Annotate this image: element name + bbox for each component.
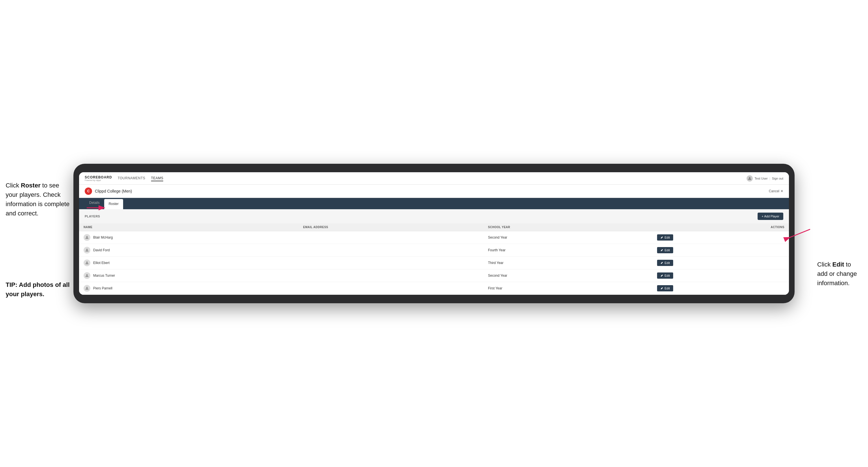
player-school-year: First Year <box>484 282 653 295</box>
player-avatar <box>84 272 90 279</box>
cancel-icon: ✕ <box>780 189 783 193</box>
player-avatar <box>84 247 90 253</box>
nav-user: Test User | Sign out <box>747 175 783 182</box>
svg-point-2 <box>86 249 88 250</box>
player-name: Piers Parnell <box>93 286 113 290</box>
table-row: Blair McHarg Second Year Edit <box>79 231 789 244</box>
player-school-year: Third Year <box>484 257 653 269</box>
tab-roster[interactable]: Roster <box>104 199 123 209</box>
col-school-year: SCHOOL YEAR <box>484 223 653 231</box>
player-avatar <box>84 259 90 266</box>
player-school-year: Second Year <box>484 231 653 244</box>
signout-link[interactable]: Sign out <box>772 177 783 180</box>
user-avatar <box>747 175 753 182</box>
table-row: Marcus Turner Second Year Edit <box>79 269 789 282</box>
tab-details[interactable]: Details <box>85 198 104 209</box>
logo-title: SCOREBOARD <box>85 175 112 179</box>
table-body: Blair McHarg Second Year Edit David Ford… <box>79 231 789 295</box>
player-actions: Edit <box>653 231 789 244</box>
cancel-button[interactable]: Cancel ✕ <box>769 189 783 193</box>
edit-button-0[interactable]: Edit <box>657 235 673 241</box>
edit-button-3[interactable]: Edit <box>657 273 673 279</box>
players-label: PLAYERS <box>85 215 100 218</box>
edit-button-2[interactable]: Edit <box>657 260 673 266</box>
add-player-button[interactable]: + Add Player <box>757 213 783 220</box>
col-email: EMAIL ADDRESS <box>299 223 484 231</box>
player-actions: Edit <box>653 244 789 257</box>
player-email <box>299 244 484 257</box>
col-name: NAME <box>79 223 299 231</box>
player-email <box>299 282 484 295</box>
logo-subtitle: Powered by clippd <box>85 179 112 181</box>
edit-button-1[interactable]: Edit <box>657 247 673 253</box>
app-logo: SCOREBOARD Powered by clippd <box>85 175 112 181</box>
player-school-year: Second Year <box>484 269 653 282</box>
player-name: Elliot Ebert <box>93 261 110 265</box>
nav-items: TOURNAMENTS TEAMS <box>118 176 747 181</box>
table-head: NAME EMAIL ADDRESS SCHOOL YEAR ACTIONS <box>79 223 789 231</box>
tip-text: TIP: Add photos of all your players. <box>6 280 70 299</box>
team-name: Clippd College (Men) <box>95 189 132 193</box>
content-area: PLAYERS + Add Player NAME EMAIL ADDRESS … <box>79 209 789 295</box>
team-logo: C <box>85 187 92 195</box>
col-actions: ACTIONS <box>653 223 789 231</box>
tab-bar: Details Roster <box>79 198 789 209</box>
nav-item-tournaments[interactable]: TOURNAMENTS <box>118 176 146 181</box>
edit-button-4[interactable]: Edit <box>657 285 673 291</box>
right-annotation: Click Edit to add or change information. <box>795 164 862 288</box>
app-navbar: SCOREBOARD Powered by clippd TOURNAMENTS… <box>79 172 789 185</box>
player-email <box>299 269 484 282</box>
left-annotation: Click Roster to see your players. Check … <box>6 164 73 299</box>
player-email <box>299 231 484 244</box>
player-email <box>299 257 484 269</box>
player-name: Blair McHarg <box>93 236 113 240</box>
team-header: C Clippd College (Men) Cancel ✕ <box>79 185 789 198</box>
user-label[interactable]: Test User <box>754 177 768 180</box>
table-row: David Ford Fourth Year Edit <box>79 244 789 257</box>
player-name: David Ford <box>93 248 110 252</box>
player-actions: Edit <box>653 257 789 269</box>
cancel-label: Cancel <box>769 189 779 193</box>
player-actions: Edit <box>653 269 789 282</box>
players-table: NAME EMAIL ADDRESS SCHOOL YEAR ACTIONS B… <box>79 223 789 295</box>
svg-point-3 <box>86 261 88 263</box>
table-row: Elliot Ebert Third Year Edit <box>79 257 789 269</box>
tablet-screen: SCOREBOARD Powered by clippd TOURNAMENTS… <box>79 172 789 295</box>
svg-point-1 <box>86 236 88 238</box>
player-avatar <box>84 234 90 241</box>
player-actions: Edit <box>653 282 789 295</box>
player-avatar <box>84 285 90 292</box>
table-row: Piers Parnell First Year Edit <box>79 282 789 295</box>
nav-item-teams[interactable]: TEAMS <box>151 176 163 181</box>
player-name-cell: David Ford <box>79 244 299 257</box>
player-name-cell: Elliot Ebert <box>79 257 299 269</box>
player-school-year: Fourth Year <box>484 244 653 257</box>
svg-point-4 <box>86 274 88 276</box>
players-header: PLAYERS + Add Player <box>79 209 789 223</box>
player-name: Marcus Turner <box>93 274 115 278</box>
player-name-cell: Marcus Turner <box>79 269 299 282</box>
tablet-frame: SCOREBOARD Powered by clippd TOURNAMENTS… <box>73 164 795 303</box>
svg-point-5 <box>86 287 88 288</box>
edit-bold: Edit <box>832 261 844 268</box>
player-name-cell: Blair McHarg <box>79 231 299 244</box>
team-name-row: C Clippd College (Men) <box>85 187 132 195</box>
player-name-cell: Piers Parnell <box>79 282 299 295</box>
roster-bold: Roster <box>21 182 41 189</box>
svg-point-0 <box>749 177 750 179</box>
